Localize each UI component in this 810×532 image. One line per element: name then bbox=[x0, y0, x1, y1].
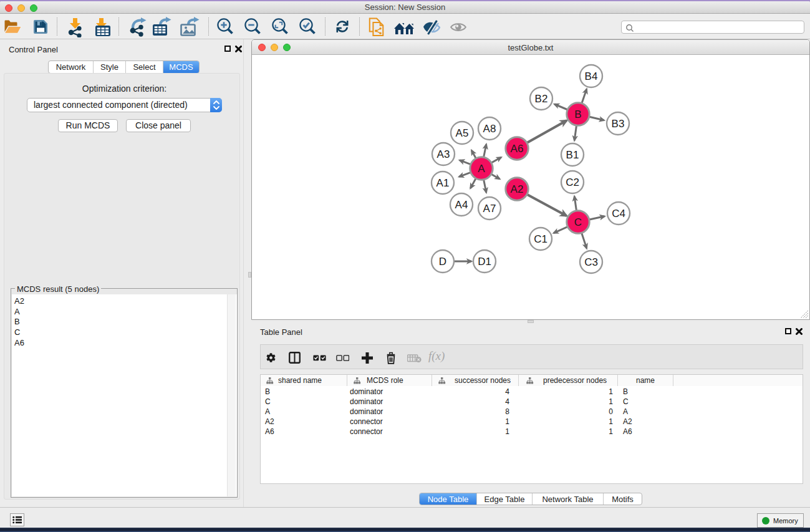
svg-text:A3: A3 bbox=[437, 148, 450, 160]
svg-text:B2: B2 bbox=[535, 93, 548, 105]
svg-text:C: C bbox=[574, 216, 582, 228]
svg-text:D: D bbox=[439, 256, 446, 268]
svg-text:A6: A6 bbox=[511, 143, 524, 155]
svg-text:C1: C1 bbox=[534, 233, 547, 245]
svg-text:D1: D1 bbox=[478, 256, 491, 268]
svg-text:A4: A4 bbox=[455, 199, 468, 211]
svg-text:B3: B3 bbox=[612, 118, 625, 130]
svg-text:B1: B1 bbox=[566, 149, 579, 161]
svg-text:A8: A8 bbox=[483, 123, 496, 135]
svg-text:B4: B4 bbox=[585, 70, 598, 82]
svg-text:C4: C4 bbox=[612, 208, 625, 220]
svg-text:A2: A2 bbox=[511, 183, 524, 195]
svg-text:B: B bbox=[574, 109, 581, 120]
svg-text:A5: A5 bbox=[456, 127, 469, 139]
svg-text:C2: C2 bbox=[566, 177, 579, 188]
svg-text:A: A bbox=[478, 163, 485, 175]
svg-text:A1: A1 bbox=[436, 177, 450, 189]
svg-text:A7: A7 bbox=[483, 203, 496, 215]
svg-text:C3: C3 bbox=[584, 256, 598, 268]
